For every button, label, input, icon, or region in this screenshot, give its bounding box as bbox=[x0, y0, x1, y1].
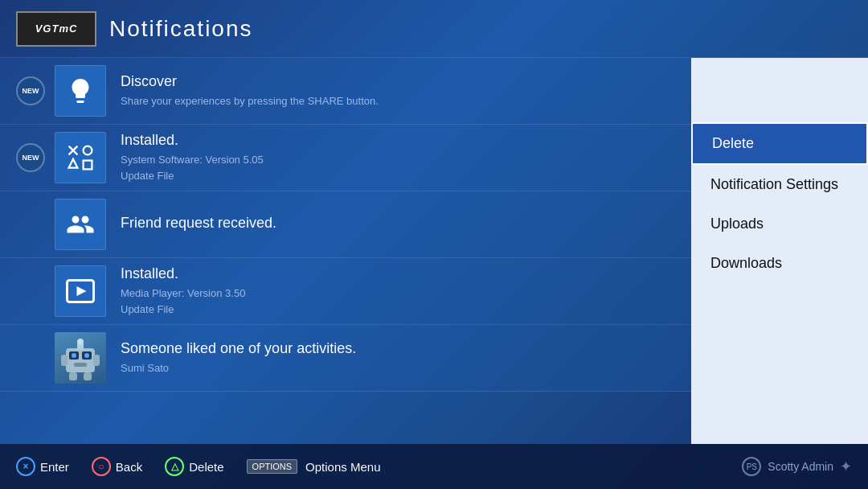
username-label: Scotty Admin bbox=[768, 460, 833, 473]
notification-icon-lightbulb bbox=[55, 65, 106, 117]
context-menu-uploads[interactable]: Uploads bbox=[691, 204, 868, 244]
spacer-5 bbox=[16, 343, 45, 372]
context-menu: Delete Notification Settings Uploads Dow… bbox=[691, 58, 868, 444]
enter-button[interactable]: × Enter bbox=[16, 457, 69, 476]
bottom-bar: × Enter ○ Back △ Delete OPTIONS Options … bbox=[0, 444, 868, 489]
svg-point-2 bbox=[84, 146, 92, 155]
header: VGTmC Notifications bbox=[0, 0, 868, 58]
new-badge-2: NEW bbox=[16, 143, 45, 172]
context-menu-delete[interactable]: Delete bbox=[691, 122, 868, 165]
notification-icon-ps bbox=[55, 132, 106, 183]
page-title: Notifications bbox=[109, 16, 253, 42]
notification-icon-media bbox=[55, 265, 106, 317]
options-menu-button[interactable]: OPTIONS Options Menu bbox=[247, 459, 381, 474]
media-play-icon bbox=[66, 277, 95, 306]
user-area: PS Scotty Admin ✦ bbox=[742, 457, 852, 476]
svg-marker-3 bbox=[69, 159, 78, 168]
svg-point-14 bbox=[77, 339, 84, 345]
new-badge-1: NEW bbox=[16, 76, 45, 105]
svg-marker-6 bbox=[77, 286, 87, 296]
context-menu-notification-settings[interactable]: Notification Settings bbox=[691, 165, 868, 204]
notification-icon-friends bbox=[55, 199, 106, 250]
spacer-4 bbox=[16, 277, 45, 306]
delete-button[interactable]: △ Delete bbox=[165, 457, 223, 476]
svg-rect-12 bbox=[74, 363, 87, 367]
svg-rect-15 bbox=[61, 355, 68, 366]
options-badge: OPTIONS bbox=[247, 459, 298, 474]
lightbulb-icon bbox=[66, 76, 95, 105]
friends-icon bbox=[66, 210, 95, 239]
cross-icon: × bbox=[16, 457, 35, 476]
svg-point-11 bbox=[84, 353, 89, 358]
svg-rect-4 bbox=[84, 161, 92, 170]
ps-symbols-icon bbox=[66, 143, 95, 172]
back-button[interactable]: ○ Back bbox=[92, 457, 142, 476]
spacer-3 bbox=[16, 210, 45, 239]
avatar-svg bbox=[55, 332, 106, 384]
svg-point-10 bbox=[72, 353, 76, 358]
context-menu-downloads[interactable]: Downloads bbox=[691, 244, 868, 283]
svg-rect-17 bbox=[69, 372, 77, 380]
circle-icon: ○ bbox=[92, 457, 111, 476]
svg-rect-18 bbox=[84, 372, 92, 380]
vgtmc-logo: VGTmC bbox=[16, 11, 96, 47]
user-avatar bbox=[55, 332, 106, 384]
back-label: Back bbox=[116, 460, 142, 474]
playstation-icon: PS bbox=[742, 457, 761, 476]
main-area: NEW Discover Share your experiences by p… bbox=[0, 58, 868, 444]
star-icon: ✦ bbox=[840, 458, 852, 475]
delete-label: Delete bbox=[189, 460, 223, 474]
triangle-icon: △ bbox=[165, 457, 184, 476]
svg-rect-16 bbox=[93, 355, 100, 366]
enter-label: Enter bbox=[40, 460, 69, 474]
options-action-label: Options Menu bbox=[305, 460, 380, 474]
